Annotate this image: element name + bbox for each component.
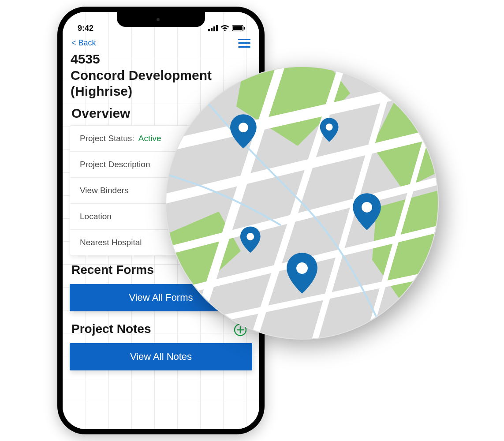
status-value: Active: [138, 134, 161, 143]
svg-point-14: [246, 233, 254, 240]
svg-point-13: [362, 202, 372, 213]
status-time: 9:42: [78, 24, 93, 33]
top-bar: < Back: [63, 37, 259, 50]
svg-rect-5: [233, 26, 243, 30]
status-icons: [208, 25, 247, 31]
cellular-icon: [208, 25, 218, 31]
svg-rect-6: [244, 27, 245, 30]
project-number: 4535: [71, 52, 100, 66]
svg-rect-0: [208, 29, 210, 31]
svg-point-11: [239, 123, 248, 132]
svg-rect-1: [211, 28, 213, 31]
decor-panel: [432, 194, 485, 225]
svg-point-12: [326, 123, 333, 131]
project-name-line2: (Highrise): [71, 84, 132, 98]
svg-rect-3: [216, 25, 218, 31]
view-all-notes-button[interactable]: View All Notes: [70, 343, 252, 370]
project-name-line1: Concord Development: [71, 68, 212, 82]
phone-notch: [117, 12, 205, 27]
battery-icon: [232, 25, 245, 31]
map-illustration: [166, 67, 438, 339]
project-notes-heading: Project Notes: [70, 319, 153, 340]
svg-point-15: [296, 262, 308, 274]
svg-rect-2: [213, 26, 215, 31]
map-bubble: [165, 66, 439, 340]
back-button[interactable]: < Back: [71, 38, 96, 48]
menu-icon[interactable]: [238, 39, 250, 48]
wifi-icon: [220, 25, 229, 31]
status-label: Project Status:: [80, 134, 134, 143]
